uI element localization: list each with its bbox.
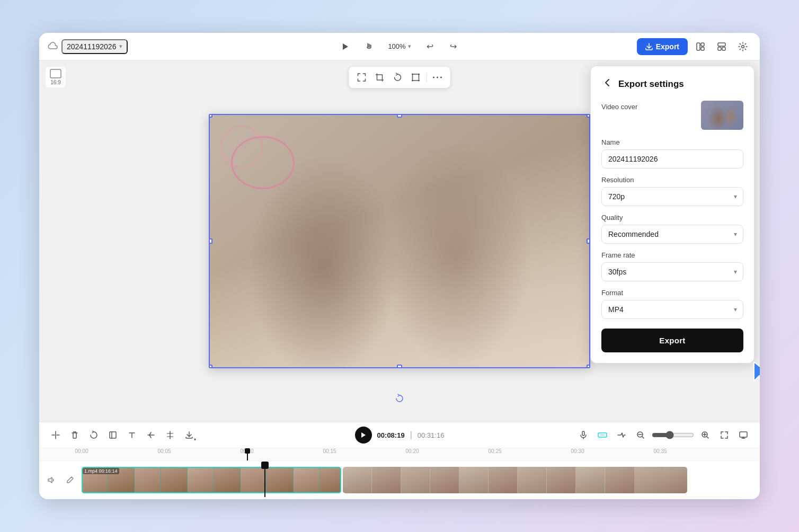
track2-frame-8 [547, 467, 576, 493]
handle-bottom-right[interactable] [587, 365, 590, 368]
play-button[interactable] [355, 427, 372, 444]
cloud-icon [48, 41, 58, 52]
zoom-in-button[interactable] [697, 427, 713, 443]
name-label: Name [601, 138, 743, 146]
zoom-out-button[interactable] [633, 427, 649, 443]
trim-button[interactable] [105, 427, 121, 443]
export-main-button[interactable]: Export [601, 329, 743, 352]
video-circle-decoration-2 [220, 126, 263, 168]
frame-rate-field-group: Frame rate 24fps 25fps 30fps 60fps ▾ [601, 251, 743, 281]
handle-mid-right[interactable] [587, 238, 590, 244]
transition-button[interactable] [614, 427, 629, 443]
svg-point-15 [433, 77, 434, 78]
hand-tool-button[interactable] [360, 38, 377, 55]
adjust-button[interactable] [162, 427, 178, 443]
download-button[interactable]: ▾ [181, 427, 197, 443]
crop-button[interactable] [372, 70, 387, 85]
quality-select[interactable]: Recommended High Medium Low [601, 225, 743, 244]
monitor-button[interactable] [735, 427, 751, 443]
track2-frame-12 [663, 467, 687, 493]
text-tool-button[interactable] [124, 427, 140, 443]
playhead[interactable] [264, 463, 265, 497]
ruler-content: 00:00 00:05 00:10 00:15 00:20 00:25 00:3… [82, 448, 717, 460]
ruler-mark-20: 00:20 [405, 448, 419, 454]
video-cover-section: Video cover [601, 101, 743, 130]
panel-header: Export settings [601, 77, 743, 91]
svg-rect-3 [701, 43, 704, 46]
track-edit-button[interactable] [62, 472, 77, 488]
toolbar-right: Export [466, 38, 751, 55]
svg-line-37 [707, 437, 708, 438]
panels-button[interactable] [713, 38, 730, 55]
track2-frame-7 [518, 467, 547, 493]
resolution-label: Resolution [601, 176, 743, 184]
redo-button[interactable]: ↪ [445, 38, 462, 55]
back-button[interactable] [601, 77, 613, 91]
track2-frame-2 [372, 467, 401, 493]
ruler-playhead [247, 448, 248, 460]
transform-button[interactable] [409, 70, 423, 85]
fit-screen-button[interactable] [354, 70, 369, 85]
ruler-playhead-cap [245, 448, 250, 454]
fullscreen-button[interactable] [716, 427, 732, 443]
resolution-select-wrapper: 720p 1080p 4K ▾ [601, 187, 743, 206]
undo-button[interactable]: ↩ [422, 38, 439, 55]
undo-icon: ↩ [427, 41, 433, 51]
handle-bottom-left[interactable] [209, 365, 212, 368]
more-options-button[interactable] [430, 70, 445, 85]
video-cover-thumbnail[interactable] [701, 101, 743, 130]
zoom-selector[interactable]: 100% ▾ [384, 40, 415, 52]
track-frame-4 [161, 467, 188, 493]
track-frames: 1.mp4 00:16:14 [82, 467, 341, 493]
svg-rect-7 [722, 47, 725, 50]
track-label: 1.mp4 00:16:14 [83, 468, 119, 474]
handle-bottom-mid[interactable] [397, 365, 402, 368]
track-frame-5 [188, 467, 214, 493]
track-content: 1.mp4 00:16:14 [82, 465, 756, 495]
microphone-button[interactable] [575, 427, 591, 443]
track2-frame-6 [489, 467, 518, 493]
rotate-button[interactable] [390, 70, 405, 85]
handle-mid-left[interactable] [209, 238, 212, 244]
timeline-tools-left: ▾ [48, 427, 351, 443]
split-tool-button[interactable] [48, 427, 64, 443]
video-track-2[interactable] [343, 467, 687, 493]
track-frame-10 [320, 467, 341, 493]
settings-button[interactable] [734, 38, 751, 55]
frame-rate-select[interactable]: 24fps 25fps 30fps 60fps [601, 262, 743, 281]
layout-button[interactable] [692, 38, 709, 55]
video-track-1[interactable]: 1.mp4 00:16:14 [82, 467, 341, 493]
play-mode-button[interactable] [337, 38, 354, 55]
handle-top-left[interactable] [209, 114, 212, 118]
quality-label: Quality [601, 214, 743, 221]
track-area: 1.mp4 00:16:14 [39, 461, 760, 499]
aspect-ratio-badge: 16:9 [46, 67, 66, 87]
svg-rect-4 [701, 47, 704, 50]
loop-button[interactable] [86, 427, 102, 443]
name-input[interactable] [601, 149, 743, 169]
svg-line-33 [642, 437, 644, 438]
svg-rect-2 [697, 43, 700, 50]
video-cover-label: Video cover [601, 101, 696, 113]
project-name-button[interactable]: 202411192026 ▾ [61, 39, 128, 54]
delete-clip-button[interactable] [67, 427, 83, 443]
track-frame-1: 1.mp4 00:16:14 [82, 467, 108, 493]
zoom-slider[interactable] [652, 431, 694, 439]
main-area: 16:9 [39, 60, 760, 422]
project-name-label: 202411192026 [67, 42, 116, 51]
ruler-mark-35: 00:35 [653, 448, 667, 454]
handle-top-mid[interactable] [397, 114, 402, 118]
rotation-handle[interactable] [394, 393, 405, 406]
audio-track-button[interactable] [594, 427, 610, 443]
split2-button[interactable] [143, 427, 159, 443]
ruler-mark-30: 00:30 [571, 448, 584, 454]
export-main-button-label: Export [659, 336, 685, 345]
format-select[interactable]: MP4 MOV AVI GIF [601, 300, 743, 319]
resolution-select[interactable]: 720p 1080p 4K [601, 187, 743, 206]
export-button[interactable]: Export [637, 38, 688, 55]
svg-rect-9 [50, 69, 61, 78]
handle-top-right[interactable] [587, 114, 590, 118]
audio-mute-button[interactable] [43, 472, 59, 488]
track2-frame-4 [430, 467, 459, 493]
ruler-mark-15: 00:15 [323, 448, 336, 454]
